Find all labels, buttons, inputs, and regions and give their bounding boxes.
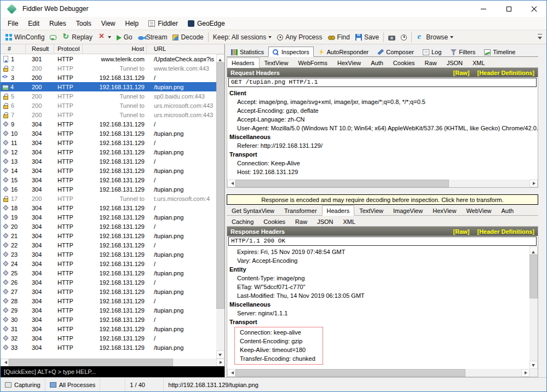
session-row[interactable]: 29 304 HTTP 192.168.131.129 /tupian.png <box>1 305 216 315</box>
header-line[interactable]: Accept-Language: zh-CN <box>227 115 538 124</box>
quickexec-input[interactable]: [QuickExec] ALT+Q > type HELP... <box>1 366 224 377</box>
request-response-splitter[interactable] <box>227 188 538 194</box>
session-row[interactable]: 23 304 HTTP 192.168.131.129 /tupian.png <box>1 250 216 259</box>
session-row[interactable]: 19 304 HTTP 192.168.131.129 /tupian.png <box>1 212 216 222</box>
scroll-up-button[interactable] <box>216 54 224 62</box>
header-line[interactable]: Keep-Alive: timeout=180 <box>235 345 323 354</box>
response-horizontal-scrollbar[interactable] <box>227 369 529 377</box>
menu-item[interactable]: Fiddler <box>143 17 183 30</box>
menu-item[interactable]: File <box>3 17 23 30</box>
header-line[interactable]: Connection: Keep-Alive <box>227 159 538 168</box>
maximize-button[interactable] <box>496 1 521 17</box>
session-row[interactable]: 21 304 HTTP 192.168.131.129 /tupian.png <box>1 231 216 240</box>
header-line[interactable]: Transfer-Encoding: chunked <box>235 354 323 363</box>
response-tab[interactable]: Transformer <box>279 205 322 216</box>
column-header-protocol[interactable]: Protocol <box>54 44 83 54</box>
session-row[interactable]: 17 200 HTTP Tunnel to t.urs.microsoft.co… <box>1 194 216 203</box>
session-row[interactable]: 6 200 HTTP Tunnel to urs.microsoft.com:4… <box>1 101 216 110</box>
toolbar-button[interactable] <box>411 32 412 42</box>
scroll-down-button[interactable] <box>529 361 538 369</box>
session-row[interactable]: 30 304 HTTP 192.168.131.129 / <box>1 315 216 324</box>
close-button[interactable] <box>521 1 546 17</box>
session-list-vertical-scrollbar[interactable] <box>216 54 224 359</box>
request-tab[interactable]: HexView <box>332 57 366 68</box>
toolbar-button[interactable]: Decode <box>170 32 206 42</box>
menu-item[interactable]: GeoEdge <box>183 17 230 30</box>
response-header-definitions-link[interactable]: [Header Definitions] <box>477 228 534 235</box>
request-tab[interactable]: Auth <box>366 57 388 68</box>
request-tab[interactable]: Headers <box>227 57 260 68</box>
response-tab[interactable]: JSON <box>312 216 338 227</box>
response-tab[interactable]: ImageView <box>388 205 428 216</box>
process-filter[interactable]: All Processes <box>45 378 101 391</box>
header-line[interactable]: Miscellaneous <box>227 300 529 309</box>
header-line[interactable]: Accept-Encoding: gzip, deflate <box>227 106 538 115</box>
session-row[interactable]: 10 304 HTTP 192.168.131.129 /tupian.png <box>1 129 216 138</box>
header-line[interactable]: Last-Modified: Thu, 14 Nov 2019 06:13:05… <box>227 291 529 300</box>
session-row[interactable]: 1 301 HTTP www.telerik.com /UpdateCheck.… <box>1 54 216 64</box>
response-tab[interactable]: XML <box>338 216 360 227</box>
menu-item[interactable]: Edit <box>23 17 44 30</box>
toolbar-button[interactable]: Find <box>325 32 353 42</box>
toolbar-button[interactable] <box>383 32 384 42</box>
response-tab[interactable]: Caching <box>227 216 258 227</box>
toolbar-button[interactable]: Browse <box>413 32 456 42</box>
main-tab[interactable]: Inspectors <box>268 47 314 57</box>
column-header-host[interactable]: Host <box>83 44 147 54</box>
session-row[interactable]: 33 304 HTTP 192.168.131.129 /tupian.png <box>1 343 216 352</box>
column-header-num[interactable]: # <box>1 44 26 54</box>
session-row[interactable]: 27 304 HTTP 192.168.131.129 /tupian.png <box>1 287 216 296</box>
session-row[interactable]: 25 304 HTTP 192.168.131.129 /tupian.png <box>1 268 216 278</box>
scrollbar-thumb[interactable] <box>9 359 173 366</box>
session-row[interactable]: 22 304 HTTP 192.168.131.129 / <box>1 240 216 250</box>
main-tab[interactable]: Filters <box>446 47 480 57</box>
scrollbar-track[interactable] <box>465 369 521 377</box>
scroll-right-button[interactable] <box>521 369 529 377</box>
session-row[interactable]: 15 304 HTTP 192.168.131.129 / <box>1 175 216 185</box>
scrollbar-thumb[interactable] <box>235 180 449 187</box>
header-line[interactable]: Miscellaneous <box>227 132 538 141</box>
main-tab[interactable]: Log <box>418 47 446 57</box>
session-row[interactable]: 24 304 HTTP 192.168.131.129 / <box>1 259 216 268</box>
scrollbar-thumb[interactable] <box>235 369 465 377</box>
toolbar-button[interactable]: Save <box>353 32 382 42</box>
scrollbar-track[interactable] <box>449 180 529 187</box>
toolbar-button[interactable]: Stream <box>135 32 170 42</box>
session-row[interactable]: 9 304 HTTP 192.168.131.129 / <box>1 119 216 129</box>
header-line[interactable]: Host: 192.168.131.129 <box>227 168 538 176</box>
scroll-down-button[interactable] <box>216 350 224 359</box>
session-row[interactable]: 13 304 HTTP 192.168.131.129 / <box>1 157 216 166</box>
session-row[interactable]: 11 304 HTTP 192.168.131.129 / <box>1 138 216 147</box>
session-row[interactable]: 2 200 HTTP Tunnel to www.telerik.com:443 <box>1 64 216 73</box>
request-tab[interactable]: Raw <box>420 57 442 68</box>
request-tab[interactable]: XML <box>468 57 490 68</box>
response-tab[interactable]: Cookies <box>258 216 290 227</box>
response-status-line-box[interactable]: HTTP/1.1 200 OK <box>228 237 537 246</box>
session-row[interactable]: 7 200 HTTP Tunnel to urs.microsoft.com:4… <box>1 110 216 119</box>
header-line[interactable]: Transport <box>227 150 538 159</box>
header-line[interactable]: Connection: keep-alive <box>235 328 323 337</box>
scroll-right-button[interactable] <box>216 359 224 366</box>
main-tab[interactable]: Timeline <box>480 47 520 57</box>
scrollbar-thumb[interactable] <box>216 62 224 309</box>
menu-item[interactable]: Rules <box>44 17 71 30</box>
capturing-toggle[interactable]: Capturing <box>1 378 45 391</box>
session-row[interactable]: 32 304 HTTP 192.168.131.129 / <box>1 333 216 343</box>
session-row[interactable]: 31 304 HTTP 192.168.131.129 /tupian.png <box>1 324 216 333</box>
header-line[interactable]: Server: nginx/1.1.1 <box>227 309 529 318</box>
response-tab[interactable]: Raw <box>290 216 312 227</box>
column-header-result[interactable]: Result <box>26 44 54 54</box>
toolbar-button[interactable]: Keep: All sessions <box>210 32 274 42</box>
minimize-button[interactable] <box>471 1 496 17</box>
toolbar-button[interactable] <box>208 32 209 42</box>
scrollbar-track[interactable] <box>216 309 224 350</box>
main-tab[interactable]: Composer <box>373 47 418 57</box>
toolbar-button[interactable]: Go <box>114 32 135 42</box>
menu-item[interactable]: Tools <box>71 17 96 30</box>
header-line[interactable]: Vary: Accept-Encoding <box>227 256 529 265</box>
toolbar-button[interactable] <box>385 33 398 42</box>
menu-item[interactable]: View <box>96 17 120 30</box>
menu-item[interactable]: Help <box>120 17 144 30</box>
session-row[interactable]: 18 304 HTTP 192.168.131.129 / <box>1 203 216 212</box>
toolbar-button[interactable] <box>47 33 59 41</box>
